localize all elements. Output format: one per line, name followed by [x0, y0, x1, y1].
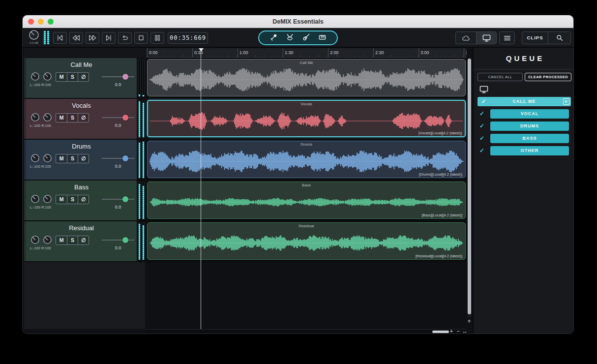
rewind-button[interactable] — [69, 32, 83, 44]
mute-button[interactable]: M — [56, 114, 67, 122]
audio-clip-drums[interactable]: Drums [Drums][Local][4.2 (latest)] — [147, 141, 466, 178]
phase-invert-button[interactable]: ∅ — [78, 236, 89, 244]
zoom-out-button[interactable]: − — [455, 328, 461, 334]
check-icon: ✓ — [479, 109, 484, 119]
pan-knob-left[interactable] — [30, 194, 40, 204]
pan-knob-left[interactable] — [30, 235, 40, 244]
horizontal-scrollbar-thumb[interactable] — [432, 331, 449, 333]
volume-slider[interactable] — [102, 154, 134, 162]
volume-slider-handle[interactable] — [122, 155, 128, 161]
queue-item-row: ✓ OTHER — [474, 146, 574, 155]
menu-button[interactable] — [499, 31, 515, 44]
mute-button[interactable]: M — [56, 73, 67, 81]
zoom-fit-button[interactable]: ↔ — [462, 328, 468, 334]
remove-item-button[interactable]: X — [563, 98, 569, 105]
pan-knob-left[interactable] — [30, 72, 40, 81]
skip-to-end-button[interactable] — [102, 32, 116, 44]
pause-button[interactable] — [150, 32, 164, 44]
skip-to-start-button[interactable] — [53, 32, 67, 44]
solo-button[interactable]: S — [67, 154, 78, 163]
mute-button[interactable]: M — [56, 154, 67, 163]
zoom-in-button[interactable]: + — [448, 328, 454, 334]
local-computer-icon[interactable] — [476, 32, 496, 44]
clip-meta: [Bass][Local][4.2 (latest)] — [421, 213, 462, 217]
processing-target-toggle — [455, 31, 497, 44]
volume-slider[interactable] — [102, 73, 134, 81]
microphone-icon[interactable] — [269, 33, 278, 43]
mute-button[interactable]: M — [56, 195, 67, 204]
volume-slider[interactable] — [102, 236, 134, 244]
solo-button[interactable]: S — [67, 114, 78, 122]
clip-label: Vocals — [148, 102, 465, 106]
volume-slider[interactable] — [102, 114, 134, 121]
window-title: DeMIX Essentials — [23, 15, 573, 28]
volume-slider-handle[interactable] — [122, 196, 128, 202]
guitar-icon[interactable] — [302, 33, 310, 43]
track-name: Bass — [26, 183, 137, 191]
phase-invert-button[interactable]: ∅ — [78, 73, 89, 81]
vertical-scrollbar-thumb[interactable] — [468, 59, 471, 314]
vertical-scrollbar[interactable] — [467, 58, 472, 317]
track-lane: Bass [Bass][Local][4.2 (latest)] — [146, 181, 467, 220]
audio-clip-call-me[interactable]: Call Me — [147, 59, 466, 96]
clips-button[interactable]: CLIPS — [522, 32, 548, 44]
playhead-marker[interactable] — [199, 48, 204, 52]
pan-knob-right[interactable] — [43, 153, 52, 163]
queue-item-drums[interactable]: DRUMS — [490, 121, 569, 131]
track-toggle-group: M S ∅ — [56, 154, 89, 163]
queue-item-vocal[interactable]: VOCAL — [490, 109, 569, 119]
track-name: Residual — [26, 224, 137, 232]
pan-knob-right[interactable] — [43, 235, 52, 244]
queue-item-row: ✓ BASS — [474, 134, 574, 143]
volume-value: 0.0 — [102, 164, 134, 169]
track-lane: Call Me — [146, 58, 467, 98]
pan-knob-left[interactable] — [30, 153, 40, 163]
cancel-all-button[interactable]: CANCEL ALL — [478, 73, 523, 81]
horizontal-scrollbar[interactable] — [146, 329, 467, 334]
phase-invert-button[interactable]: ∅ — [78, 154, 89, 163]
level-meters — [138, 181, 145, 220]
timeline-ruler[interactable]: 0:00 0:30 1:00 1:30 2:00 2:30 3:00 3 — [146, 48, 467, 58]
clear-processed-button[interactable]: CLEAR PROCESSED — [525, 73, 571, 81]
check-icon: ✓ — [479, 134, 484, 143]
clip-label: Residual — [148, 224, 465, 228]
divider — [474, 69, 574, 70]
audio-clip-residual[interactable]: Residual [Residual][Local][4.2 (latest)] — [147, 222, 466, 260]
audio-clip-vocals[interactable]: Vocals [Vocals][Local][4.2 (latest)] — [147, 100, 466, 137]
mute-button[interactable]: M — [56, 236, 67, 244]
drums-icon[interactable] — [286, 33, 294, 43]
pan-range-label: L:-100 R:100 — [30, 246, 51, 250]
queue-item-call-me[interactable]: ✓ CALL ME X — [478, 97, 571, 106]
ruler-tick: 3:00 — [418, 48, 429, 57]
solo-button[interactable]: S — [67, 73, 78, 81]
master-gain-knob[interactable] — [29, 30, 39, 40]
phase-invert-button[interactable]: ∅ — [78, 114, 89, 122]
empty-arrangement-area — [146, 262, 467, 329]
piano-icon[interactable] — [318, 33, 327, 43]
volume-slider-handle[interactable] — [122, 237, 128, 243]
fast-forward-button[interactable] — [86, 32, 99, 44]
track-toggle-group: M S ∅ — [56, 195, 89, 204]
pan-knob-right[interactable] — [43, 194, 52, 204]
loop-button[interactable] — [118, 32, 132, 44]
solo-button[interactable]: S — [67, 195, 78, 204]
search-icon[interactable] — [548, 32, 570, 44]
volume-slider-handle[interactable] — [122, 115, 128, 121]
stop-button[interactable] — [134, 32, 148, 44]
track-header-bass: Bass M S ∅ L:-100 R:100 0.0 — [24, 181, 137, 220]
clip-label: Drums — [148, 142, 465, 147]
pan-knob-right[interactable] — [43, 72, 52, 81]
queue-item-other[interactable]: OTHER — [490, 146, 569, 155]
phase-invert-button[interactable]: ∅ — [78, 195, 89, 204]
queue-item-bass[interactable]: BASS — [490, 134, 569, 143]
audio-clip-bass[interactable]: Bass [Bass][Local][4.2 (latest)] — [147, 182, 466, 219]
track-name: Vocals — [26, 102, 137, 109]
solo-button[interactable]: S — [67, 236, 78, 244]
pan-knob-left[interactable] — [30, 113, 40, 122]
volume-slider[interactable] — [102, 195, 134, 203]
volume-slider-handle[interactable] — [122, 74, 128, 80]
clip-label: Bass — [148, 183, 465, 187]
playhead[interactable] — [201, 48, 201, 329]
cloud-icon[interactable] — [456, 32, 476, 44]
pan-knob-right[interactable] — [43, 113, 52, 122]
